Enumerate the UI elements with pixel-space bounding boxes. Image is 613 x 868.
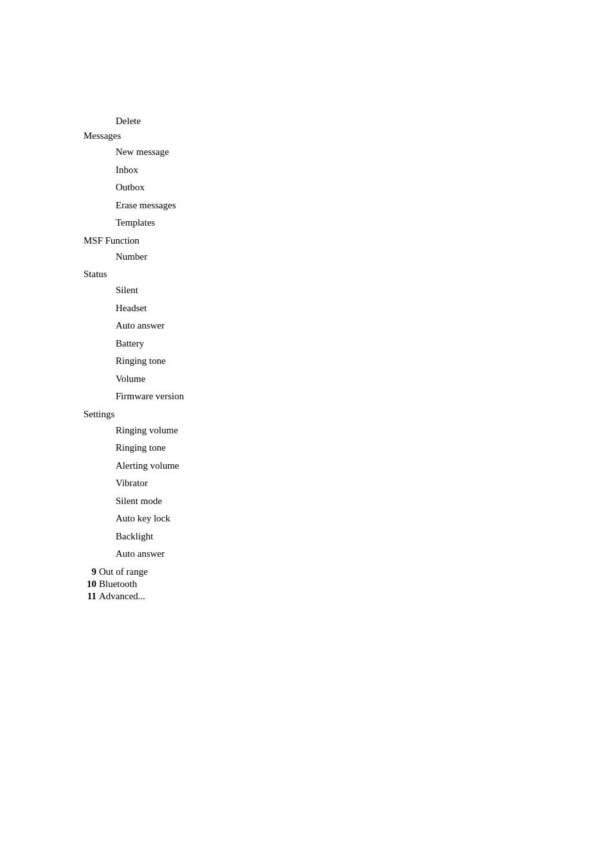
sub-item-3-2: Alerting volume	[84, 458, 613, 475]
sub-item-2-0: Silent	[84, 282, 613, 299]
delete-label: Delete	[116, 116, 141, 126]
section-2: StatusSilentHeadsetAuto answerBatteryRin…	[84, 269, 613, 405]
numbered-item-num-2: 11	[84, 591, 96, 602]
sub-item-0-0: New message	[84, 144, 613, 161]
sub-item-2-1: Headset	[84, 300, 613, 317]
delete-item: Delete	[84, 116, 613, 127]
sub-item-2-3: Battery	[84, 336, 613, 352]
sub-item-2-2: Auto answer	[84, 318, 613, 334]
sub-item-3-7: Auto answer	[84, 546, 613, 563]
section-3: SettingsRinging volumeRinging toneAlerti…	[84, 409, 613, 563]
numbered-item-1: 10Bluetooth	[84, 579, 613, 590]
sub-item-3-5: Auto key lock	[84, 511, 613, 527]
section-heading-2: Status	[84, 269, 613, 280]
sub-item-0-2: Outbox	[84, 179, 613, 196]
sub-item-3-4: Silent mode	[84, 493, 613, 510]
numbered-item-2: 11Advanced...	[84, 591, 613, 602]
sub-item-1-0: Number	[84, 249, 613, 266]
sub-item-0-1: Inbox	[84, 162, 613, 179]
sub-item-2-6: Firmware version	[84, 388, 613, 405]
numbered-item-label-2: Advanced...	[99, 591, 145, 602]
section-1: MSF FunctionNumber	[84, 235, 613, 266]
sub-item-3-3: Vibrator	[84, 475, 613, 492]
sub-item-3-0: Ringing volume	[84, 422, 613, 439]
section-heading-0: Messages	[84, 131, 613, 141]
numbered-item-label-0: Out of range	[99, 566, 148, 577]
section-0: MessagesNew messageInboxOutboxErase mess…	[84, 131, 613, 231]
numbered-item-label-1: Bluetooth	[99, 579, 137, 590]
sub-item-0-4: Templates	[84, 215, 613, 231]
sub-item-3-1: Ringing tone	[84, 440, 613, 457]
numbered-item-0: 9Out of range	[84, 566, 613, 577]
sub-item-3-6: Backlight	[84, 529, 613, 545]
section-heading-3: Settings	[84, 409, 613, 420]
numbered-item-num-1: 10	[84, 579, 96, 590]
sub-item-0-3: Erase messages	[84, 197, 613, 214]
sub-item-2-4: Ringing tone	[84, 353, 613, 370]
page-content: Delete MessagesNew messageInboxOutboxEra…	[0, 116, 613, 602]
sub-item-2-5: Volume	[84, 371, 613, 388]
section-heading-1: MSF Function	[84, 235, 613, 246]
numbered-item-num-0: 9	[84, 566, 96, 577]
